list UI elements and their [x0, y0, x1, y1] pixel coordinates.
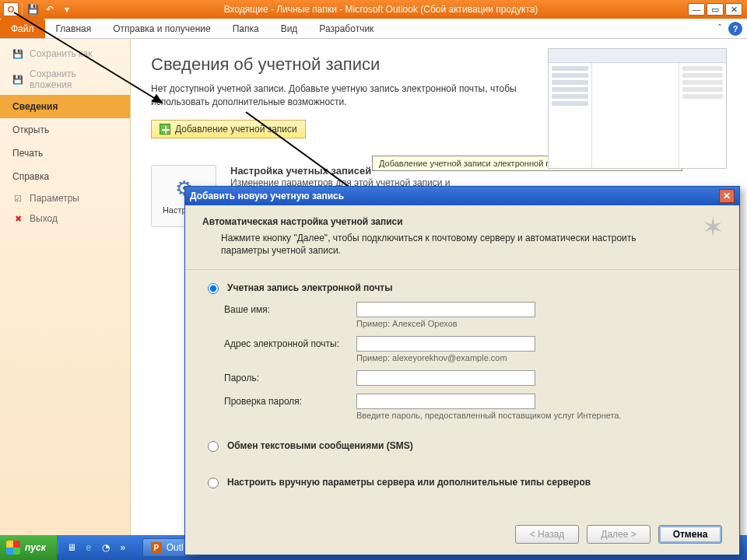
window-title: Входящие - Личные папки - Microsoft Outl… — [74, 4, 688, 15]
wizard-icon: ✶ — [702, 212, 724, 243]
ql-icon-3[interactable]: ◔ — [99, 541, 113, 555]
maximize-button[interactable]: ▭ — [707, 3, 724, 16]
window-buttons: — ▭ ✕ — [688, 3, 747, 16]
tab-developer[interactable]: Разработчик — [308, 19, 384, 38]
sidebar-open[interactable]: Открыть — [0, 118, 130, 142]
add-account-button[interactable]: Добавление учетной записи — [151, 120, 306, 138]
qat-dropdown-icon[interactable]: ▾ — [60, 2, 74, 16]
windows-logo-icon — [6, 541, 20, 555]
add-account-label: Добавление учетной записи — [175, 124, 297, 135]
outlook-task-icon: P — [151, 542, 162, 553]
option-manual-label: Настроить вручную параметры сервера или … — [227, 477, 591, 488]
dialog-buttons: < Назад Далее > Отмена — [515, 525, 722, 544]
close-button[interactable]: ✕ — [725, 3, 742, 16]
save-as-icon: 💾 — [12, 48, 23, 59]
add-account-dialog: Добавить новую учетную запись ✕ Автомати… — [184, 186, 740, 555]
sidebar-options-label: Параметры — [30, 193, 79, 204]
option-email-account[interactable]: Учетная запись электронной почты — [204, 281, 722, 294]
input-password[interactable] — [356, 370, 535, 386]
quick-access-toolbar: O 💾 ↶ ▾ — [0, 2, 74, 16]
qat-separator — [22, 3, 23, 16]
office-button-letter: O — [8, 5, 15, 14]
sidebar-help[interactable]: Справка — [0, 165, 130, 188]
sidebar-save-attachments-label: Сохранить вложения — [30, 68, 117, 90]
start-button[interactable]: пуск — [0, 535, 58, 560]
tab-send-receive[interactable]: Отправка и получение — [102, 19, 221, 38]
sidebar-print[interactable]: Печать — [0, 142, 130, 165]
option-email-label: Учетная запись электронной почты — [227, 282, 393, 293]
backstage-sidebar: 💾Сохранить как 💾Сохранить вложения Сведе… — [0, 39, 131, 535]
back-button: < Назад — [515, 525, 579, 544]
minimize-button[interactable]: — — [688, 3, 705, 16]
dialog-titlebar[interactable]: Добавить новую учетную запись ✕ — [185, 187, 739, 205]
sidebar-save-as-label: Сохранить как — [30, 48, 92, 59]
sidebar-options[interactable]: ☑Параметры — [0, 188, 130, 208]
info-subtext: Нет доступной учетной записи. Добавьте у… — [151, 82, 517, 109]
tab-folder[interactable]: Папка — [222, 19, 270, 38]
dialog-title: Добавить новую учетную запись — [190, 191, 344, 201]
sidebar-save-attachments: 💾Сохранить вложения — [0, 64, 130, 95]
label-password: Пароль: — [224, 373, 356, 383]
row-email: Адрес электронной почты: — [224, 336, 722, 352]
sidebar-exit[interactable]: ✖Выход — [0, 208, 130, 229]
tab-home[interactable]: Главная — [45, 19, 103, 38]
tab-view[interactable]: Вид — [270, 19, 309, 38]
row-name: Ваше имя: — [224, 302, 722, 317]
save-attach-icon: 💾 — [12, 74, 23, 85]
hint-name: Пример: Алексей Орехов — [356, 319, 722, 328]
ribbon-tabs: Файл Главная Отправка и получение Папка … — [0, 19, 747, 39]
save-icon[interactable]: 💾 — [26, 2, 40, 16]
exit-icon: ✖ — [12, 213, 23, 224]
input-password-confirm[interactable] — [356, 394, 535, 409]
title-bar: O 💾 ↶ ▾ Входящие - Личные папки - Micros… — [0, 0, 747, 19]
office-button[interactable]: O — [3, 2, 19, 16]
next-button: Далее > — [587, 525, 651, 544]
dialog-heading: Автоматическая настройка учетной записи — [202, 216, 722, 227]
ql-more-icon[interactable]: » — [116, 541, 130, 555]
cancel-button[interactable]: Отмена — [658, 525, 722, 544]
label-email: Адрес электронной почты: — [224, 338, 356, 349]
sidebar-exit-label: Выход — [30, 213, 58, 224]
account-preview — [548, 48, 727, 169]
option-manual[interactable]: Настроить вручную параметры сервера или … — [204, 475, 722, 488]
ribbon-minimize-icon[interactable]: ˆ — [716, 23, 728, 34]
plus-icon — [160, 124, 170, 135]
sidebar-save-as: 💾Сохранить как — [0, 44, 130, 64]
dialog-separator — [185, 269, 739, 270]
hint-password: Введите пароль, предоставленный поставщи… — [356, 411, 722, 420]
quick-launch: 🖥 e ◔ » — [58, 541, 136, 555]
undo-icon[interactable]: ↶ — [43, 2, 57, 16]
option-sms-radio[interactable] — [208, 441, 219, 452]
tab-file[interactable]: Файл — [0, 19, 45, 38]
sidebar-info[interactable]: Сведения — [0, 95, 130, 118]
dialog-close-button[interactable]: ✕ — [719, 189, 735, 203]
ql-browser-icon[interactable]: e — [82, 541, 96, 555]
option-sms-label: Обмен текстовыми сообщениями (SMS) — [227, 440, 413, 451]
ql-icon-1[interactable]: 🖥 — [65, 541, 79, 555]
help-icon[interactable]: ? — [728, 22, 742, 36]
row-password: Пароль: — [224, 370, 722, 386]
option-sms[interactable]: Обмен текстовыми сообщениями (SMS) — [204, 439, 722, 452]
label-name: Ваше имя: — [224, 304, 356, 315]
label-password2: Проверка пароля: — [224, 396, 356, 407]
hint-email: Пример: alexeyorekhov@example.com — [356, 353, 722, 362]
option-manual-radio[interactable] — [208, 478, 219, 488]
input-email[interactable] — [356, 336, 535, 352]
input-name[interactable] — [356, 302, 535, 317]
start-label: пуск — [25, 542, 46, 553]
row-password2: Проверка пароля: — [224, 394, 722, 409]
option-email-radio[interactable] — [208, 283, 219, 294]
options-icon: ☑ — [12, 193, 23, 204]
dialog-description: Нажмите кнопку "Далее", чтобы подключить… — [221, 232, 657, 257]
